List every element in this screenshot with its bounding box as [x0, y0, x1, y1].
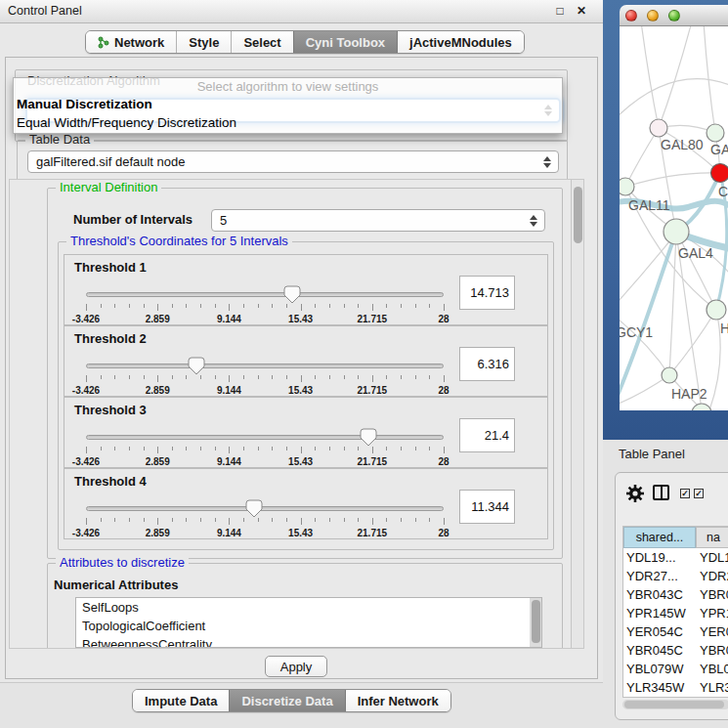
tab-network[interactable]: Network	[86, 31, 176, 53]
tab-infer-network[interactable]: Infer Network	[345, 690, 450, 711]
threshold-coordinates-title: Threshold's Coordinates for 5 Intervals	[66, 234, 292, 248]
tab-jactivemnodules[interactable]: jActiveMNodules	[397, 31, 524, 53]
scale-label: 2.859	[146, 456, 170, 467]
table-row[interactable]: YBR045CYBR0	[623, 641, 728, 660]
cell: YER0	[696, 622, 728, 641]
threshold-2-slider[interactable]: -3.426 2.859 9.144 15.43 21.715 28	[86, 356, 444, 395]
tab-impute-data[interactable]: Impute Data	[133, 690, 229, 711]
tab-cyni-toolbox[interactable]: Cyni Toolbox	[293, 31, 397, 53]
scale-label: 21.715	[358, 314, 388, 324]
slider-track[interactable]	[86, 506, 444, 511]
number-of-intervals-select[interactable]: 5	[211, 209, 545, 232]
slider-track[interactable]	[86, 435, 444, 440]
threshold-coordinates-group: Threshold's Coordinates for 5 Intervals …	[58, 241, 554, 550]
dropdown-option-manual[interactable]: Manual Discretization	[14, 95, 562, 113]
cell: YBR045C	[623, 641, 696, 660]
table-row[interactable]: YER054CYER0	[623, 622, 728, 641]
tab-cyni-toolbox-label: Cyni Toolbox	[306, 35, 385, 50]
node-gal4[interactable]	[664, 219, 689, 244]
cell: YLR345W	[623, 678, 696, 697]
settings-scroll-viewport: Interval Definition Number of Intervals …	[9, 179, 584, 649]
slider-thumb[interactable]	[283, 285, 301, 304]
scale-label: 28	[438, 528, 449, 538]
checkbox-icon[interactable]: ✓	[694, 489, 704, 498]
label-partial-mid-right: C	[718, 184, 728, 199]
slider-track[interactable]	[86, 292, 444, 297]
list-item-topologicalcoefficient[interactable]: TopologicalCoefficient	[76, 617, 541, 635]
node-gal11[interactable]	[620, 178, 634, 195]
scale-label: 15.43	[288, 314, 313, 324]
minimize-traffic-light-icon[interactable]	[647, 10, 659, 21]
cyni-toolbox-content: Discretization Algorithm Select algorith…	[5, 57, 598, 679]
table-row[interactable]: YDR27...YDR2	[623, 567, 728, 585]
table-horizontal-scrollbar[interactable]	[622, 700, 728, 709]
slider-ticks	[86, 518, 444, 526]
checkbox-icon[interactable]: ✓	[680, 489, 690, 498]
table-row[interactable]: YPR145WYPR1	[623, 604, 728, 622]
threshold-3-slider[interactable]: -3.426 2.859 9.144 15.43 21.715 28	[86, 427, 444, 466]
tab-discretize-data[interactable]: Discretize Data	[229, 690, 344, 711]
attributes-group-title: Attributes to discretize	[56, 555, 189, 570]
table-rows: YDL19...YDL1 YDR27...YDR2 YBR043CYBR0 YP…	[623, 548, 728, 698]
table-row[interactable]: YIL052CYIL0	[623, 697, 728, 698]
network-window[interactable]: GAL80 GA C GAL11 GAL4 GCY1 H HAP2	[603, 0, 728, 440]
tab-select[interactable]: Select	[231, 31, 292, 53]
slider-thumb[interactable]	[360, 428, 377, 447]
scrollbar-thumb[interactable]	[574, 187, 582, 243]
tab-select-label: Select	[243, 35, 280, 50]
scrollbar-thumb[interactable]	[624, 701, 724, 708]
list-item-selfloops[interactable]: SelfLoops	[76, 598, 541, 617]
node-partial-top-right[interactable]	[707, 124, 724, 142]
threshold-1-slider[interactable]: -3.426 2.859 9.144 15.43 21.715 28	[86, 284, 444, 323]
label-hap2: HAP2	[671, 386, 707, 402]
table-data-select[interactable]: galFiltered.sif default node	[27, 150, 559, 173]
cell: YIL052C	[623, 697, 696, 698]
scale-label: -3.426	[72, 314, 100, 324]
list-item-betweennesscentrality[interactable]: BetweennessCentrality	[76, 635, 541, 648]
split-view-icon[interactable]	[653, 485, 669, 500]
cell: YPR145W	[623, 604, 696, 622]
column-header-shared-name[interactable]: shared...	[623, 527, 696, 548]
node-partial-low-right[interactable]	[707, 300, 726, 320]
node-bottom-partial[interactable]	[692, 404, 711, 410]
dropdown-option-equal-width[interactable]: Equal Width/Frequency Discretization	[14, 113, 562, 132]
table-row[interactable]: YBL079WYBL0	[623, 660, 728, 678]
threshold-4-slider[interactable]: -3.426 2.859 9.144 15.43 21.715 28	[86, 498, 444, 537]
threshold-3-box: Threshold 3 -3.426 2.859 9.144	[64, 397, 548, 468]
gear-icon[interactable]	[625, 484, 645, 503]
slider-thumb[interactable]	[245, 499, 263, 518]
threshold-1-value-field[interactable]: 14.713	[459, 276, 515, 310]
threshold-3-value-field[interactable]: 21.4	[459, 418, 515, 452]
slider-thumb[interactable]	[188, 357, 205, 375]
slider-track[interactable]	[86, 364, 444, 368]
table-row[interactable]: YLR345WYLR3	[623, 678, 728, 697]
node-red[interactable]	[711, 164, 728, 183]
threshold-3-label: Threshold 3	[74, 403, 147, 417]
close-traffic-light-icon[interactable]	[625, 10, 637, 21]
network-canvas[interactable]: GAL80 GA C GAL11 GAL4 GCY1 H HAP2	[620, 26, 728, 410]
numerical-attributes-list[interactable]: SelfLoops TopologicalCoefficient Between…	[75, 597, 542, 648]
threshold-2-label: Threshold 2	[74, 331, 147, 346]
stepper-icon[interactable]	[543, 156, 552, 168]
node-hap2[interactable]	[662, 367, 677, 383]
zoom-traffic-light-icon[interactable]	[668, 10, 680, 21]
viewport-scrollbar[interactable]	[571, 180, 583, 648]
float-window-icon[interactable]: □	[552, 3, 568, 19]
table-row[interactable]: YDL19...YDL1	[623, 548, 728, 567]
attributes-scrollbar[interactable]	[530, 598, 541, 647]
table-row[interactable]: YBR043CYBR0	[623, 585, 728, 604]
threshold-4-value-field[interactable]: 11.344	[459, 490, 515, 524]
stepper-icon[interactable]	[530, 215, 538, 227]
network-window-titlebar[interactable]	[620, 5, 728, 26]
apply-button[interactable]: Apply	[265, 656, 327, 677]
close-icon[interactable]: ✕	[574, 3, 589, 19]
column-header-name[interactable]: na	[696, 527, 728, 548]
threshold-2-value-field[interactable]: 6.316	[459, 347, 515, 381]
node-gal80[interactable]	[650, 119, 667, 137]
tab-network-label: Network	[114, 35, 164, 50]
network-nodes[interactable]	[620, 119, 728, 410]
scrollbar-thumb[interactable]	[532, 600, 540, 643]
scale-label: 21.715	[358, 456, 388, 467]
label-gal80: GAL80	[661, 137, 704, 152]
tab-style[interactable]: Style	[176, 31, 231, 53]
